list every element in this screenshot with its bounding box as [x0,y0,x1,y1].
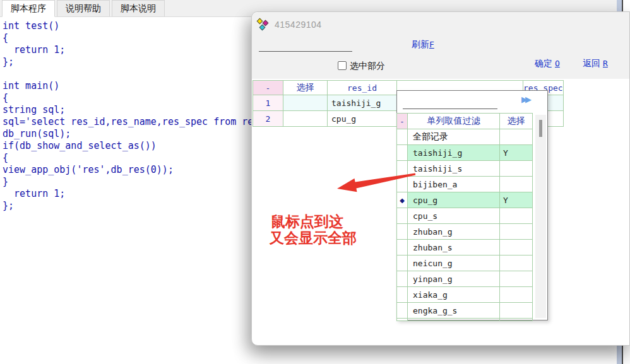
filter-value-cell[interactable]: zhuban_s [408,240,500,255]
filter-selected-cell[interactable] [500,177,533,192]
filter-selected-cell[interactable] [500,240,533,255]
filter-row[interactable]: engka_g_s [397,303,533,319]
filter-selected-cell[interactable] [500,129,533,145]
annotation-arrow-icon [328,167,423,199]
marker-cell [397,255,408,271]
filter-table-header-row: - 单列取值过滤 选择 [397,114,533,129]
popup-scrollbar[interactable] [535,115,546,318]
filter-col-dash[interactable]: - [397,114,408,129]
marker-cell [397,129,408,145]
filter-value-cell[interactable]: xiaka_g [408,287,500,303]
filter-selected-cell[interactable]: Y [500,145,533,161]
marker-cell [397,271,408,287]
marker-cell [397,240,408,255]
col-header-select[interactable]: 选择 [283,81,328,95]
column-filter-popup: ▶▶ - 单列取值过滤 选择 全部记录taishiji_gYtaishiji_s… [396,90,548,320]
tab-help[interactable]: 说明帮助 [57,0,110,16]
marker-cell [397,303,408,319]
filter-selected-cell[interactable] [500,208,533,224]
filter-row[interactable]: cpu_s [397,208,533,224]
filter-value-cell[interactable]: neicun_g [408,255,500,271]
col-header-res-id[interactable]: res_id [328,81,397,95]
screen: 脚本程序 说明帮助 脚本说明 int test() { return 1; };… [0,0,630,364]
marker-cell [397,287,408,303]
filter-row[interactable]: 全部记录 [397,129,533,145]
filter-row[interactable]: neicun_g [397,255,533,271]
popup-scrollbar-thumb[interactable] [539,120,542,137]
select-cell[interactable] [283,111,328,127]
expand-chevrons-icon[interactable]: ▶▶ [521,95,529,104]
filter-col-values[interactable]: 单列取值过滤 [408,114,500,129]
popup-table-body: 全部记录taishiji_gYtaishiji_sbijiben_a◆cpu_g… [397,129,533,321]
filter-selected-cell[interactable] [500,303,533,319]
res-id-cell[interactable]: cpu_g [328,111,397,127]
filter-row[interactable]: yinpan_g [397,271,533,287]
filter-selected-cell[interactable] [500,271,533,287]
filter-selected-cell[interactable] [500,255,533,271]
refresh-button[interactable]: 刷新F [412,39,434,50]
ok-button[interactable]: 确定O [535,58,560,69]
col-header-dash[interactable]: - [253,81,283,95]
back-button[interactable]: 返回R [583,58,608,69]
script-diamond-icon [258,18,270,30]
filter-selected-cell[interactable] [500,161,533,177]
filter-row[interactable]: xiaka_g [397,287,533,303]
tab-script-program[interactable]: 脚本程序 [2,0,55,17]
filter-value-cell[interactable]: cpu_s [408,208,500,224]
filter-value-cell[interactable]: yinpan_g [408,271,500,287]
marker-cell [397,224,408,240]
code-text[interactable]: int test() { return 1; }; int main() { s… [3,20,276,212]
select-cell[interactable] [283,95,328,111]
filter-row[interactable]: taishiji_gY [397,145,533,161]
tab-script-description[interactable]: 脚本说明 [112,0,165,16]
row-number: 1 [253,95,283,111]
filter-selected-cell[interactable]: Y [500,192,533,208]
select-part-checkbox[interactable] [338,61,347,70]
filter-row-partial [397,319,533,321]
filter-col-select[interactable]: 选择 [500,114,533,129]
filter-row[interactable]: zhuban_s [397,240,533,255]
marker-cell [397,145,408,161]
filter-value-cell[interactable]: engka_g_s [408,303,500,319]
filter-selected-cell[interactable] [500,287,533,303]
marker-cell [397,208,408,224]
filter-row[interactable]: zhuban_g [397,224,533,240]
filter-value-cell[interactable]: zhuban_g [408,224,500,240]
filter-value-cell[interactable]: taishiji_g [408,145,500,161]
select-part-label: 选中部分 [350,61,385,72]
annotation-text-line2: 又会显示全部 [270,228,357,248]
dialog-title: 415429104 [275,20,322,30]
res-id-cell[interactable]: taishiji_g [328,95,397,111]
popup-search-input[interactable] [403,98,497,109]
filter-table: - 单列取值过滤 选择 全部记录taishiji_gYtaishiji_sbij… [396,113,533,321]
filter-selected-cell[interactable] [500,224,533,240]
filter-value-cell[interactable]: 全部记录 [408,129,500,145]
row-number: 2 [253,111,283,127]
dialog-filter-input[interactable] [259,40,352,52]
